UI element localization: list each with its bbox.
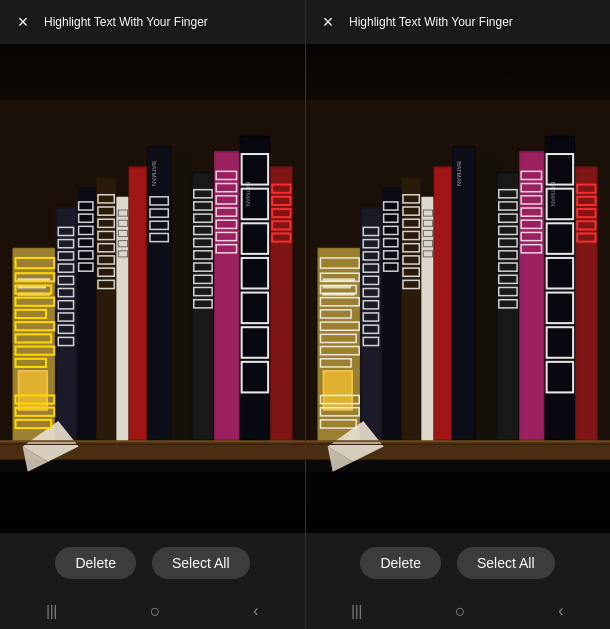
- svg-text:BATMAN: BATMAN: [151, 161, 158, 186]
- left-nav-home-icon[interactable]: ○: [150, 601, 161, 622]
- svg-text:BATMAN: BATMAN: [550, 182, 557, 207]
- left-overlay-top: [0, 44, 305, 94]
- svg-rect-14: [97, 178, 115, 439]
- svg-rect-133: [498, 173, 518, 439]
- svg-text:BATMAN: BATMAN: [456, 161, 463, 186]
- right-nav-recent-icon[interactable]: |||: [351, 603, 362, 619]
- svg-rect-17: [130, 168, 146, 439]
- left-bookshelf-svg: BATMAN BATMAN: [0, 44, 305, 533]
- right-nav-bar: ||| ○ ‹: [305, 593, 610, 629]
- svg-text:BATMAN: BATMAN: [245, 182, 252, 207]
- left-delete-button[interactable]: Delete: [55, 547, 135, 579]
- left-title: Highlight Text With Your Finger: [44, 15, 293, 29]
- right-select-all-button[interactable]: Select All: [457, 547, 555, 579]
- right-title: Highlight Text With Your Finger: [349, 15, 598, 29]
- svg-rect-4: [13, 249, 54, 441]
- right-close-button[interactable]: ×: [317, 11, 339, 33]
- svg-rect-130: [453, 148, 475, 439]
- right-nav-home-icon[interactable]: ○: [455, 601, 466, 622]
- right-overlay-top: [305, 44, 610, 94]
- left-overlay-bottom: [0, 493, 305, 533]
- left-nav-back-icon[interactable]: ‹: [253, 602, 258, 620]
- left-close-button[interactable]: ×: [12, 11, 34, 33]
- right-bottom-bar: Delete Select All: [305, 533, 610, 593]
- left-image-area: BATMAN BATMAN: [0, 44, 305, 533]
- svg-rect-123: [383, 187, 401, 442]
- left-bottom-bar: Delete Select All: [0, 533, 305, 593]
- left-close-icon: ×: [18, 12, 29, 33]
- right-screen: × Highlight Text With Your Finger: [305, 0, 610, 629]
- right-nav-back-icon[interactable]: ‹: [558, 602, 563, 620]
- svg-rect-19: [148, 148, 170, 439]
- screen-divider: [305, 0, 306, 629]
- left-select-all-button[interactable]: Select All: [152, 547, 250, 579]
- svg-rect-131: [476, 156, 496, 441]
- right-bookshelf-svg: BATMAN BATMAN: [305, 44, 610, 533]
- left-nav-bar: ||| ○ ‹: [0, 593, 305, 629]
- svg-rect-26: [193, 173, 213, 439]
- svg-rect-24: [171, 156, 191, 441]
- right-delete-button[interactable]: Delete: [360, 547, 440, 579]
- left-nav-recent-icon[interactable]: |||: [46, 603, 57, 619]
- svg-rect-125: [402, 178, 420, 439]
- left-top-bar: × Highlight Text With Your Finger: [0, 0, 305, 44]
- right-close-icon: ×: [323, 12, 334, 33]
- left-screen: × Highlight Text With Your Finger: [0, 0, 305, 629]
- right-image-area: BATMAN BATMAN: [305, 44, 610, 533]
- svg-rect-115: [318, 249, 359, 441]
- svg-rect-12: [78, 187, 96, 442]
- svg-rect-128: [435, 168, 451, 439]
- right-top-bar: × Highlight Text With Your Finger: [305, 0, 610, 44]
- right-overlay-bottom: [305, 493, 610, 533]
